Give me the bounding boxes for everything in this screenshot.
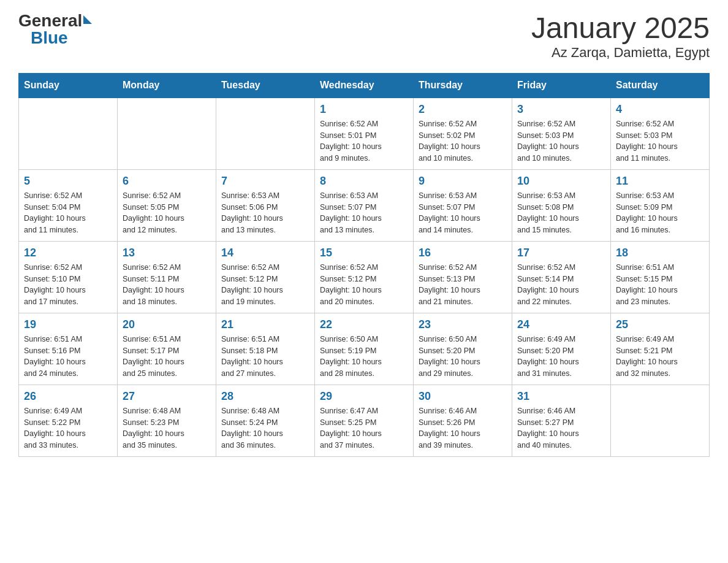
- day-number: 4: [616, 103, 704, 116]
- calendar-cell-5-5: 30Sunrise: 6:46 AMSunset: 5:26 PMDayligh…: [414, 385, 512, 456]
- calendar-week-3: 12Sunrise: 6:52 AMSunset: 5:10 PMDayligh…: [19, 241, 710, 313]
- logo-blue-text: Blue: [31, 29, 68, 47]
- calendar-cell-2-6: 10Sunrise: 6:53 AMSunset: 5:08 PMDayligh…: [512, 169, 611, 241]
- day-number: 12: [24, 247, 112, 259]
- calendar-cell-5-4: 29Sunrise: 6:47 AMSunset: 5:25 PMDayligh…: [315, 385, 414, 456]
- logo-general-text: General: [18, 12, 82, 29]
- day-number: 24: [517, 318, 605, 331]
- day-number: 10: [517, 175, 605, 188]
- day-number: 18: [616, 247, 704, 259]
- day-number: 31: [517, 390, 605, 403]
- weekday-header-sunday: Sunday: [19, 73, 118, 98]
- day-number: 28: [221, 390, 309, 403]
- day-number: 27: [123, 390, 211, 403]
- day-number: 9: [419, 175, 507, 188]
- day-info: Sunrise: 6:46 AMSunset: 5:27 PMDaylight:…: [517, 405, 605, 451]
- day-info: Sunrise: 6:53 AMSunset: 5:07 PMDaylight:…: [320, 190, 408, 236]
- weekday-header-thursday: Thursday: [414, 73, 512, 98]
- calendar-cell-3-6: 17Sunrise: 6:52 AMSunset: 5:14 PMDayligh…: [512, 241, 611, 313]
- calendar-cell-4-1: 19Sunrise: 6:51 AMSunset: 5:16 PMDayligh…: [19, 313, 118, 385]
- day-number: 6: [123, 175, 211, 188]
- calendar-cell-1-5: 2Sunrise: 6:52 AMSunset: 5:02 PMDaylight…: [414, 98, 512, 170]
- day-number: 8: [320, 175, 408, 188]
- calendar-cell-5-1: 26Sunrise: 6:49 AMSunset: 5:22 PMDayligh…: [19, 385, 118, 456]
- calendar-cell-3-4: 15Sunrise: 6:52 AMSunset: 5:12 PMDayligh…: [315, 241, 414, 313]
- calendar-cell-5-2: 27Sunrise: 6:48 AMSunset: 5:23 PMDayligh…: [118, 385, 216, 456]
- calendar-table: SundayMondayTuesdayWednesdayThursdayFrid…: [18, 73, 710, 457]
- calendar-cell-5-7: [611, 385, 710, 456]
- day-number: 2: [419, 103, 507, 116]
- calendar-cell-3-2: 13Sunrise: 6:52 AMSunset: 5:11 PMDayligh…: [118, 241, 216, 313]
- day-info: Sunrise: 6:53 AMSunset: 5:06 PMDaylight:…: [221, 190, 309, 236]
- day-info: Sunrise: 6:46 AMSunset: 5:26 PMDaylight:…: [419, 405, 507, 451]
- calendar-cell-2-5: 9Sunrise: 6:53 AMSunset: 5:07 PMDaylight…: [414, 169, 512, 241]
- calendar-week-1: 1Sunrise: 6:52 AMSunset: 5:01 PMDaylight…: [19, 98, 710, 170]
- day-info: Sunrise: 6:51 AMSunset: 5:18 PMDaylight:…: [221, 334, 309, 380]
- calendar-cell-2-1: 5Sunrise: 6:52 AMSunset: 5:04 PMDaylight…: [19, 169, 118, 241]
- day-number: 22: [320, 318, 408, 331]
- calendar-week-2: 5Sunrise: 6:52 AMSunset: 5:04 PMDaylight…: [19, 169, 710, 241]
- calendar-cell-3-3: 14Sunrise: 6:52 AMSunset: 5:12 PMDayligh…: [216, 241, 315, 313]
- day-number: 11: [616, 175, 704, 188]
- day-number: 25: [616, 318, 704, 331]
- calendar-cell-5-6: 31Sunrise: 6:46 AMSunset: 5:27 PMDayligh…: [512, 385, 611, 456]
- calendar-cell-4-7: 25Sunrise: 6:49 AMSunset: 5:21 PMDayligh…: [611, 313, 710, 385]
- calendar-cell-4-4: 22Sunrise: 6:50 AMSunset: 5:19 PMDayligh…: [315, 313, 414, 385]
- day-number: 23: [419, 318, 507, 331]
- day-info: Sunrise: 6:52 AMSunset: 5:13 PMDaylight:…: [419, 262, 507, 308]
- day-info: Sunrise: 6:53 AMSunset: 5:08 PMDaylight:…: [517, 190, 605, 236]
- calendar-cell-1-6: 3Sunrise: 6:52 AMSunset: 5:03 PMDaylight…: [512, 98, 611, 170]
- day-number: 26: [24, 390, 112, 403]
- day-number: 21: [221, 318, 309, 331]
- day-info: Sunrise: 6:50 AMSunset: 5:19 PMDaylight:…: [320, 334, 408, 380]
- day-info: Sunrise: 6:52 AMSunset: 5:10 PMDaylight:…: [24, 262, 112, 308]
- calendar-cell-2-7: 11Sunrise: 6:53 AMSunset: 5:09 PMDayligh…: [611, 169, 710, 241]
- day-number: 7: [221, 175, 309, 188]
- weekday-header-row: SundayMondayTuesdayWednesdayThursdayFrid…: [19, 73, 710, 98]
- calendar-cell-3-7: 18Sunrise: 6:51 AMSunset: 5:15 PMDayligh…: [611, 241, 710, 313]
- title-section: January 2025 Az Zarqa, Damietta, Egypt: [531, 12, 710, 61]
- calendar-cell-1-1: [19, 98, 118, 170]
- day-info: Sunrise: 6:52 AMSunset: 5:03 PMDaylight:…: [616, 118, 704, 164]
- day-info: Sunrise: 6:53 AMSunset: 5:07 PMDaylight:…: [419, 190, 507, 236]
- day-number: 29: [320, 390, 408, 403]
- weekday-header-wednesday: Wednesday: [315, 73, 414, 98]
- calendar-week-5: 26Sunrise: 6:49 AMSunset: 5:22 PMDayligh…: [19, 385, 710, 456]
- weekday-header-monday: Monday: [118, 73, 216, 98]
- day-number: 17: [517, 247, 605, 259]
- calendar-cell-2-4: 8Sunrise: 6:53 AMSunset: 5:07 PMDaylight…: [315, 169, 414, 241]
- day-info: Sunrise: 6:51 AMSunset: 5:16 PMDaylight:…: [24, 334, 112, 380]
- calendar-cell-1-2: [118, 98, 216, 170]
- day-number: 13: [123, 247, 211, 259]
- day-info: Sunrise: 6:52 AMSunset: 5:12 PMDaylight:…: [320, 262, 408, 308]
- day-info: Sunrise: 6:52 AMSunset: 5:01 PMDaylight:…: [320, 118, 408, 164]
- calendar-cell-4-2: 20Sunrise: 6:51 AMSunset: 5:17 PMDayligh…: [118, 313, 216, 385]
- day-info: Sunrise: 6:52 AMSunset: 5:14 PMDaylight:…: [517, 262, 605, 308]
- calendar-title: January 2025: [531, 12, 710, 45]
- day-info: Sunrise: 6:51 AMSunset: 5:15 PMDaylight:…: [616, 262, 704, 308]
- logo-triangle-icon: [83, 15, 92, 24]
- day-info: Sunrise: 6:48 AMSunset: 5:23 PMDaylight:…: [123, 405, 211, 451]
- calendar-cell-3-1: 12Sunrise: 6:52 AMSunset: 5:10 PMDayligh…: [19, 241, 118, 313]
- calendar-cell-5-3: 28Sunrise: 6:48 AMSunset: 5:24 PMDayligh…: [216, 385, 315, 456]
- day-info: Sunrise: 6:52 AMSunset: 5:03 PMDaylight:…: [517, 118, 605, 164]
- calendar-cell-1-7: 4Sunrise: 6:52 AMSunset: 5:03 PMDaylight…: [611, 98, 710, 170]
- weekday-header-friday: Friday: [512, 73, 611, 98]
- calendar-cell-4-5: 23Sunrise: 6:50 AMSunset: 5:20 PMDayligh…: [414, 313, 512, 385]
- day-number: 3: [517, 103, 605, 116]
- day-info: Sunrise: 6:52 AMSunset: 5:04 PMDaylight:…: [24, 190, 112, 236]
- day-number: 5: [24, 175, 112, 188]
- calendar-cell-2-2: 6Sunrise: 6:52 AMSunset: 5:05 PMDaylight…: [118, 169, 216, 241]
- day-info: Sunrise: 6:52 AMSunset: 5:02 PMDaylight:…: [419, 118, 507, 164]
- day-info: Sunrise: 6:48 AMSunset: 5:24 PMDaylight:…: [221, 405, 309, 451]
- day-info: Sunrise: 6:52 AMSunset: 5:11 PMDaylight:…: [123, 262, 211, 308]
- calendar-cell-4-3: 21Sunrise: 6:51 AMSunset: 5:18 PMDayligh…: [216, 313, 315, 385]
- day-number: 30: [419, 390, 507, 403]
- day-info: Sunrise: 6:49 AMSunset: 5:20 PMDaylight:…: [517, 334, 605, 380]
- calendar-cell-3-5: 16Sunrise: 6:52 AMSunset: 5:13 PMDayligh…: [414, 241, 512, 313]
- day-number: 15: [320, 247, 408, 259]
- day-info: Sunrise: 6:53 AMSunset: 5:09 PMDaylight:…: [616, 190, 704, 236]
- calendar-week-4: 19Sunrise: 6:51 AMSunset: 5:16 PMDayligh…: [19, 313, 710, 385]
- day-number: 16: [419, 247, 507, 259]
- day-info: Sunrise: 6:51 AMSunset: 5:17 PMDaylight:…: [123, 334, 211, 380]
